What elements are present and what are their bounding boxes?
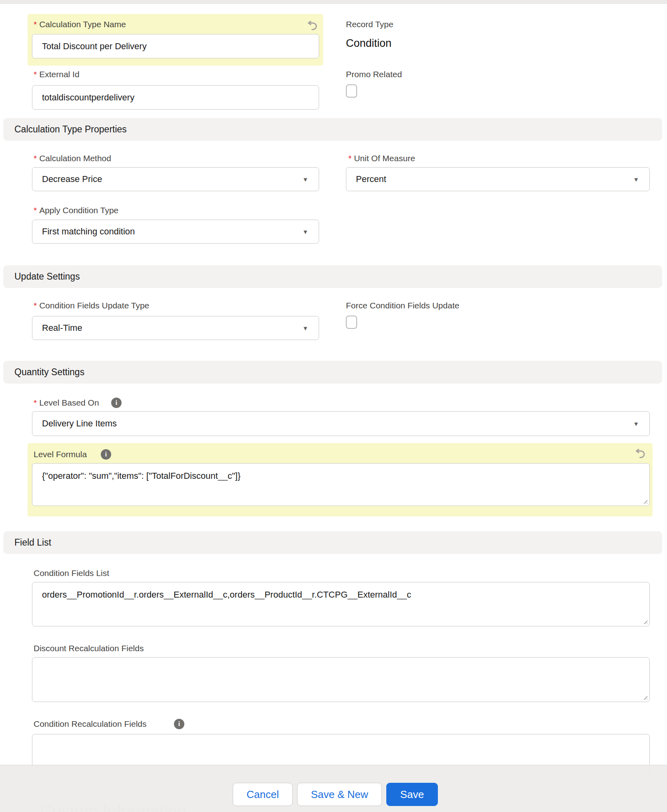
field-label-calculation-method: *Calculation Method — [34, 153, 111, 164]
section-quantity-settings: Quantity Settings — [3, 361, 662, 384]
section-title: Calculation Type Properties — [14, 118, 127, 141]
required-asterisk: * — [34, 70, 37, 79]
field-label-calculation-type-name: *Calculation Type Name — [34, 19, 126, 30]
undo-icon[interactable] — [306, 19, 318, 31]
field-label-level-based-on: *Level Based On — [34, 398, 99, 408]
section-calculation-type-properties: Calculation Type Properties — [3, 118, 662, 141]
save-button[interactable]: Save — [386, 783, 438, 806]
info-icon[interactable]: i — [174, 719, 184, 729]
calculation-type-name-input[interactable]: Total Discount per Delivery — [32, 34, 319, 58]
condition-fields-list-textarea[interactable]: orders__PromotionId__r.orders__ExternalI… — [32, 582, 650, 626]
section-title: Quantity Settings — [14, 361, 84, 384]
dropdown-arrow-icon: ▼ — [302, 176, 308, 183]
footer-action-bar: Cancel Save & New Save — [0, 765, 667, 812]
required-asterisk: * — [34, 301, 37, 310]
resize-handle[interactable] — [642, 694, 647, 700]
field-label-external-id: *External Id — [34, 69, 80, 80]
field-label-record-type: Record Type — [346, 19, 393, 30]
apply-condition-type-select[interactable]: First matching condition ▼ — [32, 220, 319, 244]
top-edge-strip — [0, 0, 667, 4]
level-based-on-select[interactable]: Delivery Line Items ▼ — [32, 411, 650, 436]
force-condition-fields-update-checkbox[interactable] — [346, 316, 357, 329]
dropdown-arrow-icon: ▼ — [302, 228, 308, 235]
section-update-settings: Update Settings — [3, 265, 662, 288]
required-asterisk: * — [34, 398, 37, 407]
required-asterisk: * — [34, 154, 37, 163]
required-asterisk: * — [348, 154, 351, 163]
dropdown-arrow-icon: ▼ — [633, 176, 639, 183]
info-icon[interactable]: i — [101, 449, 111, 460]
info-icon[interactable]: i — [111, 398, 122, 408]
field-label-condition-fields-list: Condition Fields List — [34, 568, 109, 578]
promo-related-checkbox[interactable] — [346, 84, 357, 98]
cancel-button[interactable]: Cancel — [233, 783, 293, 806]
required-asterisk: * — [34, 20, 37, 29]
discount-recalculation-fields-textarea[interactable] — [32, 657, 650, 702]
save-and-new-button[interactable]: Save & New — [297, 783, 382, 806]
field-label-force-condition-fields-update: Force Condition Fields Update — [346, 300, 459, 311]
record-type-value: Condition — [346, 37, 391, 50]
section-field-list: Field List — [3, 531, 662, 554]
external-id-input[interactable]: totaldiscountperdelivery — [32, 85, 319, 110]
dropdown-arrow-icon: ▼ — [302, 325, 308, 332]
level-formula-textarea[interactable]: {"operator": "sum","items": ["TotalForDi… — [32, 463, 650, 506]
field-label-unit-of-measure: *Unit Of Measure — [348, 153, 415, 164]
field-label-promo-related: Promo Related — [346, 69, 402, 80]
section-title: Update Settings — [14, 265, 80, 288]
resize-handle[interactable] — [642, 619, 647, 624]
dropdown-arrow-icon: ▼ — [633, 420, 639, 427]
field-label-discount-recalculation-fields: Discount Recalculation Fields — [34, 643, 144, 654]
undo-icon[interactable] — [634, 447, 646, 459]
field-label-level-formula: Level Formula — [34, 449, 87, 460]
resize-handle[interactable] — [642, 498, 647, 504]
condition-fields-update-type-select[interactable]: Real-Time ▼ — [32, 316, 319, 340]
section-title: Field List — [14, 531, 51, 554]
unit-of-measure-select[interactable]: Percent ▼ — [346, 167, 650, 191]
field-label-apply-condition-type: *Apply Condition Type — [34, 205, 118, 216]
field-label-condition-recalculation-fields: Condition Recalculation Fields — [34, 719, 147, 729]
calculation-method-select[interactable]: Decrease Price ▼ — [32, 167, 319, 191]
required-asterisk: * — [34, 206, 37, 215]
field-label-condition-fields-update-type: *Condition Fields Update Type — [34, 300, 149, 311]
